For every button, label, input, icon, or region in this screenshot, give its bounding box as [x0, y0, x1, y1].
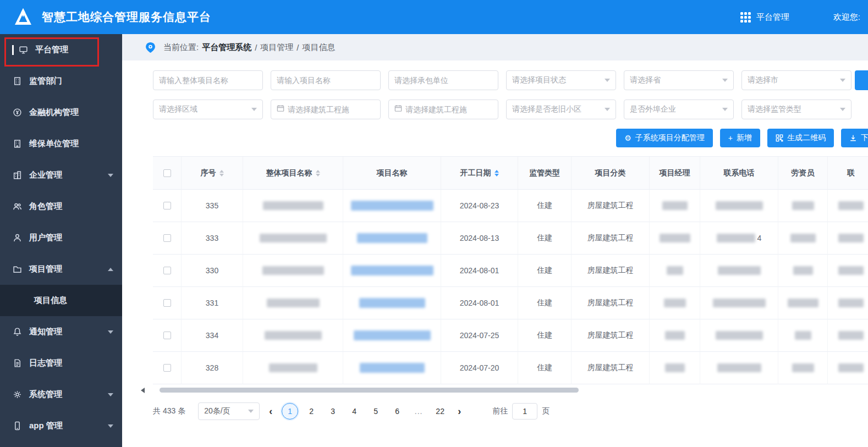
contractor-field[interactable] [388, 70, 498, 90]
table-row[interactable]: 331 2024-08-01 住建 房屋建筑工程 [153, 287, 868, 319]
scrollbar-thumb[interactable] [160, 388, 579, 393]
chevron-down-icon [108, 330, 113, 334]
city-select[interactable]: 请选择市 [741, 70, 851, 90]
sidebar-item-label: 项目信息 [34, 295, 67, 306]
table-row[interactable]: 334 2024-07-25 住建 房屋建筑工程 [153, 319, 868, 352]
redacted-cell [662, 201, 688, 210]
active-indicator-bar [12, 45, 14, 55]
contractor-input[interactable] [394, 76, 492, 85]
redacted-cell [792, 363, 814, 372]
sidebar-item-financial-org[interactable]: 金融机构管理 [0, 97, 122, 128]
breadcrumb-level2[interactable]: 项目信息 [303, 42, 336, 53]
sort-icon-active[interactable] [495, 170, 499, 176]
row-checkbox[interactable] [163, 332, 171, 339]
page-button-4[interactable]: 4 [346, 403, 362, 420]
button-label: 子系统项目分配管理 [635, 133, 705, 143]
page-button-22[interactable]: 22 [432, 403, 448, 420]
chevron-down-icon [722, 108, 728, 111]
sort-icon[interactable] [316, 170, 320, 176]
page-button-5[interactable]: 5 [367, 403, 384, 420]
sidebar-item-project-info[interactable]: 项目信息 [0, 285, 122, 316]
sidebar-item-roles[interactable]: 角色管理 [0, 191, 122, 222]
column-label: 开工日期 [460, 168, 491, 178]
table-row[interactable]: 335 2024-08-23 住建 房屋建筑工程 [153, 190, 868, 222]
header-platform-menu[interactable]: 平台管理 [756, 12, 789, 23]
overall-project-name-input[interactable] [159, 76, 257, 85]
redacted-cell [795, 331, 811, 340]
select-all-cell [153, 157, 182, 190]
col-seq[interactable]: 序号 [182, 157, 243, 190]
subsystem-assign-button[interactable]: ⚙ 子系统项目分配管理 [616, 129, 713, 147]
row-checkbox[interactable] [163, 202, 171, 209]
sidebar-item-notifications[interactable]: 通知管理 [0, 316, 122, 347]
page-size-select[interactable]: 20条/页 [198, 402, 260, 420]
next-page-button[interactable]: › [453, 406, 465, 417]
sidebar-item-supervision-dept[interactable]: 监管部门 [0, 65, 122, 97]
col-overall-name[interactable]: 整体项目名称 [243, 157, 343, 190]
redacted-cell [360, 363, 425, 373]
page-ellipsis[interactable]: ... [410, 403, 427, 420]
construction-date-start-input[interactable] [288, 105, 375, 114]
app-header: 智慧工地综合管理服务信息平台 平台管理 欢迎您: [0, 0, 868, 34]
sidebar-item-projects[interactable]: 项目管理 [0, 253, 122, 285]
row-checkbox[interactable] [163, 267, 171, 274]
cell-category: 房屋建筑工程 [572, 190, 650, 222]
chevron-down-icon [605, 108, 610, 111]
old-community-select[interactable]: 请选择是否老旧小区 [506, 100, 616, 119]
cell-supervision: 住建 [518, 190, 572, 222]
goto-page-input[interactable] [512, 403, 537, 420]
sidebar-item-app[interactable]: app 管理 [0, 410, 122, 442]
generate-qrcode-button[interactable]: 生成二维码 [767, 129, 834, 147]
download-button[interactable]: 下载 [841, 129, 868, 147]
construction-date-start-field[interactable] [271, 100, 381, 119]
sort-icon[interactable] [219, 170, 224, 176]
prev-page-button[interactable]: ‹ [265, 406, 277, 417]
sidebar-item-platform[interactable]: 平台管理 [0, 34, 122, 65]
construction-date-end-input[interactable] [405, 105, 492, 114]
table-row[interactable]: 328 2024-07-20 住建 房屋建筑工程 [153, 352, 868, 384]
select-all-checkbox[interactable] [163, 169, 171, 177]
breadcrumb-system[interactable]: 平台管理系统 [202, 42, 251, 53]
project-status-select[interactable]: 请选择项目状态 [506, 70, 616, 90]
row-checkbox[interactable] [163, 234, 171, 242]
sidebar-item-system[interactable]: 系统管理 [0, 379, 122, 410]
table-row[interactable]: 333 2024-08-13 住建 房屋建筑工程 4 [153, 222, 868, 255]
page-button-6[interactable]: 6 [389, 403, 405, 420]
row-checkbox[interactable] [163, 299, 171, 307]
page-button-3[interactable]: 3 [325, 403, 341, 420]
people-icon [12, 202, 22, 212]
building-icon [12, 170, 22, 180]
cell-category: 房屋建筑工程 [572, 319, 650, 352]
column-label: 项目经理 [660, 168, 690, 178]
district-select[interactable]: 请选择区域 [153, 100, 263, 119]
project-name-input[interactable] [277, 76, 375, 85]
scroll-left-icon[interactable] [141, 388, 145, 393]
sidebar-item-maintenance-unit[interactable]: 维保单位管理 [0, 128, 122, 159]
project-name-field[interactable] [271, 70, 381, 90]
cell-start-date: 2024-07-25 [441, 319, 518, 352]
goto-unit: 页 [542, 406, 550, 416]
monitor-icon [18, 45, 28, 55]
supervision-type-select[interactable]: 请选择监管类型 [741, 100, 851, 119]
col-start-date[interactable]: 开工日期 [441, 157, 518, 190]
column-label: 联 [847, 168, 855, 178]
foreign-enterprise-select[interactable]: 是否外埠企业 [624, 100, 734, 119]
sidebar-item-logs[interactable]: 日志管理 [0, 347, 122, 379]
sidebar-item-enterprise[interactable]: 企业管理 [0, 159, 122, 191]
cell-supervision: 住建 [518, 319, 572, 352]
table-row[interactable]: 330 2024-08-01 住建 房屋建筑工程 [153, 255, 868, 287]
cell-category: 房屋建筑工程 [572, 287, 650, 319]
page-button-2[interactable]: 2 [303, 403, 320, 420]
construction-date-end-field[interactable] [388, 100, 498, 119]
page-button-1[interactable]: 1 [282, 403, 298, 420]
overall-project-name-field[interactable] [153, 70, 263, 90]
add-button[interactable]: + 新增 [720, 129, 760, 147]
apps-grid-icon[interactable] [740, 12, 751, 23]
province-select[interactable]: 请选择省 [624, 70, 734, 90]
search-button-partial[interactable] [855, 70, 868, 90]
folder-icon [12, 264, 22, 274]
row-checkbox[interactable] [163, 364, 171, 372]
sidebar-item-users[interactable]: 用户管理 [0, 222, 122, 253]
building-icon [12, 139, 22, 149]
breadcrumb-level1[interactable]: 项目管理 [260, 42, 293, 53]
